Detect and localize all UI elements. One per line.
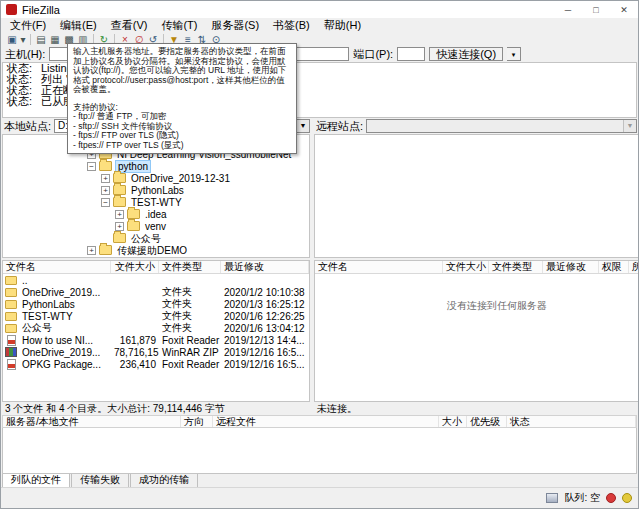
column-header-direction[interactable]: 方向 [181, 416, 213, 427]
tab-successful-transfers[interactable]: 成功的传输 [130, 474, 198, 488]
tab-queued-files[interactable]: 列队的文件 [2, 474, 70, 488]
tree-item-label: venv [143, 221, 168, 232]
toggle-local-tree-icon[interactable]: ▦ [48, 34, 62, 46]
queue-tabs: 列队的文件 传输失败 成功的传输 [2, 474, 199, 488]
file-type: Foxit Reader .. [159, 359, 221, 370]
status-led-red-icon[interactable] [606, 493, 616, 503]
summary-row: 3 个文件 和 4 个目录。大小总计: 79,114,446 字节 未连接。 [2, 402, 637, 415]
log-status-label: 状态: [3, 96, 41, 107]
tree-item[interactable]: − TEST-WTY [3, 196, 309, 208]
column-header-filesize[interactable]: 文件大小 [111, 261, 159, 273]
expander-icon[interactable]: + [115, 210, 124, 219]
host-tooltip: 输入主机服务器地址。要指定服务器的协议类型，在前面加上协议名及协议分隔符。如果没… [67, 43, 297, 154]
menu-edit[interactable]: 编辑(E) [53, 18, 104, 33]
file-row[interactable]: OPKG Package... 236,410 Foxit Reader .. … [3, 358, 309, 370]
column-header-owner[interactable]: 所有者/组 [629, 261, 639, 273]
quickconnect-dropdown-icon[interactable]: ▾ [507, 47, 521, 61]
tab-failed-transfers[interactable]: 传输失败 [71, 474, 129, 488]
expander-icon[interactable]: − [87, 162, 96, 171]
folder-icon [99, 245, 112, 255]
column-header-size[interactable]: 大小 [439, 416, 467, 427]
folder-icon [113, 233, 126, 243]
column-header-filetype[interactable]: 文件类型 [159, 261, 221, 273]
menu-bookmarks[interactable]: 书签(B) [266, 18, 317, 33]
local-site-label: 本地站点: [4, 119, 51, 134]
file-type: Foxit Reader .. [159, 335, 221, 346]
main-panes: + NI Deep Learning Vision_ssdmobileNet −… [2, 134, 637, 402]
expander-icon[interactable]: − [101, 198, 110, 207]
file-modified: 2020/1/6 12:26:25 [221, 311, 309, 322]
remote-pane: 文件名 文件大小 文件类型 最近修改 权限 所有者/组 没有连接到任何服务器 [314, 134, 639, 402]
tree-item[interactable]: + venv [3, 220, 309, 232]
quickconnect-button[interactable]: 快速连接(Q) [429, 47, 503, 61]
menu-file[interactable]: 文件(F) [3, 18, 53, 33]
file-row[interactable]: OneDrive_2019... 78,716,157 WinRAR ZIP .… [3, 346, 309, 358]
file-row[interactable]: .. [3, 274, 309, 286]
tooltip-body-text: 输入主机服务器地址。要指定服务器的协议类型，在前面加上协议名及协议分隔符。如果没… [73, 47, 291, 95]
toggle-message-log-icon[interactable]: ▤ [34, 34, 48, 46]
toolbar-separator [30, 34, 31, 45]
column-header-priority[interactable]: 优先级 [467, 416, 507, 427]
tree-item[interactable]: 公众号 [3, 232, 309, 244]
file-modified: 2020/1/6 13:04:12 [221, 323, 309, 334]
site-manager-dropdown-icon[interactable]: ▾ [19, 34, 27, 46]
folder-icon [3, 300, 19, 309]
pdf-file-icon [3, 359, 19, 370]
column-header-server-local-file[interactable]: 服务器/本地文件 [3, 416, 181, 427]
file-size: 161,879 [111, 335, 159, 346]
maximize-button[interactable]: □ [582, 1, 610, 18]
minimize-button[interactable]: ─ [554, 1, 582, 18]
column-header-remote-file[interactable]: 远程文件 [213, 416, 439, 427]
password-input[interactable] [293, 47, 349, 61]
port-input[interactable] [397, 47, 425, 61]
not-connected-message: 没有连接到任何服务器 [315, 299, 639, 313]
file-row[interactable]: OneDrive_2019... 文件夹 2020/1/2 10:10:38 [3, 286, 309, 298]
site-manager-icon[interactable]: ▣ [5, 34, 19, 46]
folder-icon [113, 173, 126, 183]
expander-icon[interactable]: + [87, 246, 96, 255]
expander-icon[interactable]: + [101, 174, 110, 183]
column-header-permissions[interactable]: 权限 [599, 261, 629, 273]
menu-server[interactable]: 服务器(S) [204, 18, 266, 33]
pdf-file-icon [3, 335, 19, 346]
menu-help[interactable]: 帮助(H) [317, 18, 368, 33]
file-name: .. [19, 275, 111, 286]
filezilla-logo-icon [6, 4, 17, 15]
column-header-filesize[interactable]: 文件大小 [443, 261, 489, 273]
column-header-status[interactable]: 状态 [507, 416, 636, 427]
file-row[interactable]: 公众号 文件夹 2020/1/6 13:04:12 [3, 322, 309, 334]
column-header-filename[interactable]: 文件名 [3, 261, 111, 273]
remote-directory-tree [314, 134, 639, 258]
file-modified: 2019/12/13 14:4... [221, 335, 309, 346]
file-row[interactable]: How to use NI... 161,879 Foxit Reader ..… [3, 334, 309, 346]
window-title: FileZilla [22, 4, 60, 16]
expander-icon[interactable]: + [115, 222, 124, 231]
file-name: 公众号 [19, 321, 111, 335]
tree-item[interactable]: + PythonLabs [3, 184, 309, 196]
tree-item[interactable]: + 传媒援助DEMO [3, 244, 309, 256]
chevron-down-icon[interactable]: ▼ [296, 120, 309, 132]
queue-status-text: 队列: 空 [564, 491, 600, 505]
tree-item-label: OneDrive_2019-12-31 [129, 173, 232, 184]
column-header-filetype[interactable]: 文件类型 [489, 261, 543, 273]
remote-site-combo[interactable]: ▼ [366, 119, 637, 133]
column-header-filename[interactable]: 文件名 [315, 261, 443, 273]
title-bar: FileZilla ─ □ ✕ [1, 1, 638, 18]
tree-item[interactable]: + OneDrive_2019-12-31 [3, 172, 309, 184]
status-led-yellow-icon[interactable] [622, 493, 632, 503]
close-button[interactable]: ✕ [610, 1, 638, 18]
column-header-modified[interactable]: 最近修改 [221, 261, 309, 273]
file-type: 文件夹 [159, 321, 221, 335]
file-name: OneDrive_2019... [19, 347, 111, 358]
tree-item-selected[interactable]: − python [3, 160, 309, 172]
local-file-list: 文件名 文件大小 文件类型 最近修改 .. OneDrive_2019... [2, 260, 310, 402]
menu-view[interactable]: 查看(V) [104, 18, 155, 33]
expander-icon[interactable]: + [101, 186, 110, 195]
remote-status: 未连接。 [310, 402, 637, 416]
column-header-modified[interactable]: 最近修改 [543, 261, 599, 273]
file-row[interactable]: PythonLabs 文件夹 2020/1/3 16:25:12 [3, 298, 309, 310]
tree-item[interactable]: + .idea [3, 208, 309, 220]
file-name: OneDrive_2019... [19, 287, 111, 298]
local-pane: + NI Deep Learning Vision_ssdmobileNet −… [2, 134, 310, 402]
menu-transfer[interactable]: 传输(T) [154, 18, 204, 33]
